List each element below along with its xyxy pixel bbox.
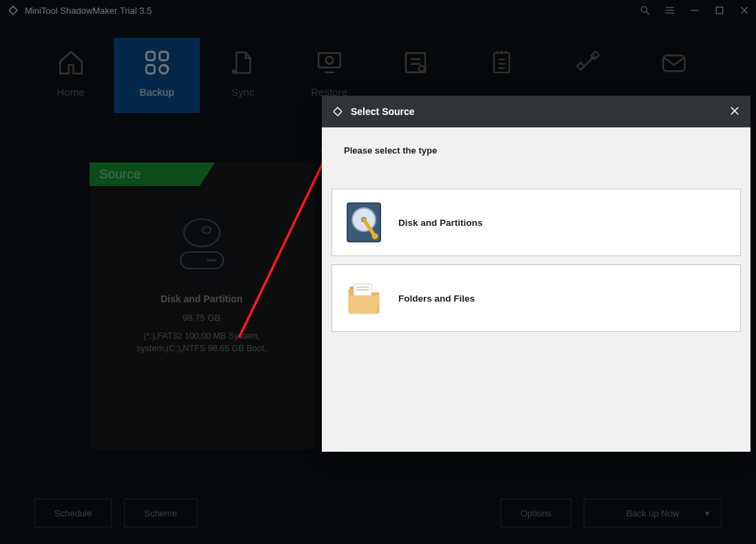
modal-logo-icon [331, 105, 344, 118]
modal-close-button[interactable] [728, 105, 741, 119]
harddisk-icon [345, 200, 383, 244]
svg-rect-40 [356, 286, 369, 288]
option-folders-files[interactable]: Folders and Files [331, 264, 741, 332]
modal-instruction: Please select the type [331, 145, 741, 156]
svg-point-38 [372, 233, 378, 240]
select-source-modal: Select Source Please select the type Dis [322, 96, 750, 452]
modal-body: Please select the type Disk and Partitio… [322, 127, 750, 358]
app-window: MiniTool ShadowMaker Trial 3.5 Home Back… [0, 0, 756, 544]
modal-title: Select Source [351, 106, 415, 117]
svg-rect-41 [356, 289, 369, 291]
option-label: Folders and Files [398, 293, 475, 304]
option-disk-partitions[interactable]: Disk and Partitions [331, 189, 741, 256]
modal-header: Select Source [322, 96, 750, 127]
option-label: Disk and Partitions [398, 218, 482, 228]
folder-icon [345, 276, 383, 320]
